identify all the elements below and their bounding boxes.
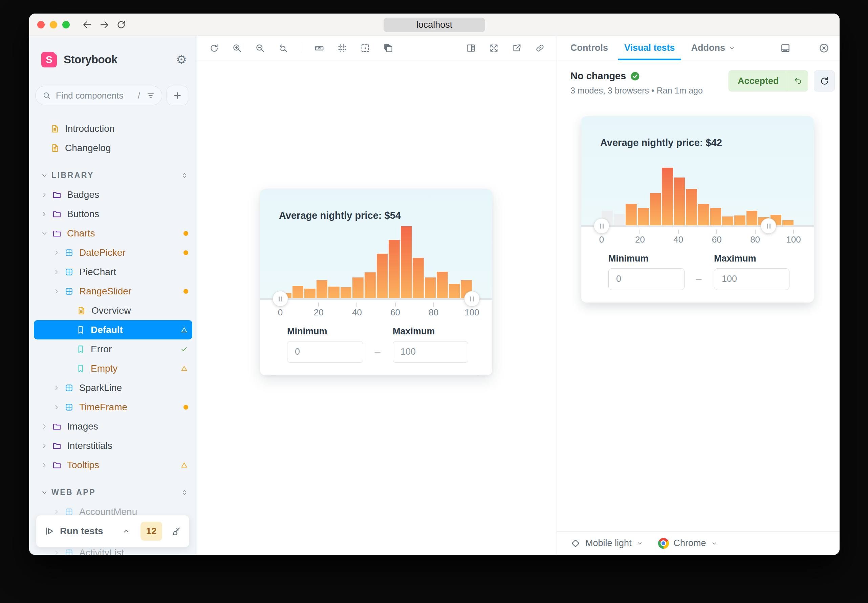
panel-position-icon[interactable] — [780, 43, 791, 54]
snapshot-maximum-input[interactable]: 100 — [714, 268, 789, 290]
histogram-bar — [746, 211, 758, 225]
changed-dot-icon — [183, 231, 188, 236]
sidebar-item-introduction[interactable]: Introduction — [29, 119, 197, 138]
section-label: WEB APP — [51, 488, 96, 497]
sidebar-item-changelog[interactable]: Changelog — [29, 138, 197, 158]
chevron-right-icon — [41, 423, 48, 430]
axis-tick — [395, 303, 396, 306]
item-label: Introduction — [65, 123, 114, 134]
zoom-out-icon[interactable] — [255, 43, 265, 53]
run-tests-play-icon[interactable] — [44, 526, 54, 536]
component-icon — [64, 548, 74, 555]
sidebar-item-overview[interactable]: Overview — [29, 301, 197, 320]
minimum-label: Minimum — [287, 326, 327, 337]
histogram-bar — [437, 272, 448, 298]
outline-icon[interactable] — [360, 43, 370, 53]
minimize-window-button[interactable] — [50, 21, 57, 28]
axis-tick — [356, 303, 357, 306]
test-count-badge[interactable]: 12 — [140, 522, 162, 541]
rerun-tests-button[interactable] — [814, 70, 835, 91]
forward-icon[interactable] — [99, 19, 110, 30]
visual-tests-panel: No changes 3 modes, 3 browsers • Ran 1m … — [557, 60, 840, 531]
browser-titlebar: localhost — [29, 14, 840, 36]
sidebar-item-default[interactable]: Default — [34, 320, 192, 339]
histogram-bar — [293, 286, 304, 298]
tab-visual-tests[interactable]: Visual tests — [624, 36, 675, 60]
story-bookmark-icon — [76, 345, 85, 354]
zoom-in-icon[interactable] — [232, 43, 242, 53]
sidebar-item-timeframe[interactable]: TimeFrame — [29, 397, 197, 417]
sidebar-item-empty[interactable]: Empty — [29, 359, 197, 378]
copy-link-icon[interactable] — [535, 43, 545, 53]
sidebar-item-charts[interactable]: Charts — [29, 224, 197, 243]
sidebar-section-web-app[interactable]: WEB APP — [29, 483, 197, 502]
sidebar-item-interstitials[interactable]: Interstitials — [29, 436, 197, 455]
collapse-expand-icon[interactable] — [181, 172, 188, 179]
sidebar-item-badges[interactable]: Badges — [29, 185, 197, 204]
search-input[interactable]: Find components / — [35, 86, 162, 105]
address-bar[interactable]: localhost — [384, 18, 485, 32]
create-story-button[interactable] — [167, 86, 188, 105]
range-dash: – — [694, 273, 704, 284]
story-slider-handle-left[interactable] — [273, 291, 288, 306]
fullscreen-icon[interactable] — [489, 43, 499, 53]
gear-icon[interactable]: ⚙ — [176, 54, 187, 66]
reload-icon[interactable] — [116, 19, 126, 30]
item-label: Interstitials — [67, 441, 113, 451]
snapshot-slider-handle-right[interactable] — [761, 218, 776, 234]
histogram-bar — [425, 277, 436, 298]
sidebar-item-rangeslider[interactable]: RangeSlider — [29, 281, 197, 301]
accepted-button[interactable]: Accepted — [729, 70, 808, 91]
tab-addons[interactable]: Addons — [691, 36, 735, 60]
plus-icon — [173, 91, 182, 100]
histogram-bar — [389, 240, 400, 298]
close-window-button[interactable] — [37, 21, 45, 28]
run-tests-label[interactable]: Run tests — [60, 526, 103, 537]
item-label: Images — [67, 421, 98, 432]
sidebar-item-sparkline[interactable]: SparkLine — [29, 378, 197, 397]
accepted-label: Accepted — [729, 76, 788, 87]
axis-label: 100 — [786, 234, 801, 245]
open-new-tab-icon[interactable] — [512, 43, 522, 53]
collapse-expand-icon[interactable] — [181, 489, 188, 496]
component-icon — [64, 248, 74, 257]
story-slider-handle-right[interactable] — [464, 291, 480, 306]
story-minimum-input[interactable]: 0 — [287, 341, 363, 363]
sidebar-item-images[interactable]: Images — [29, 417, 197, 436]
sidebar-item-tooltips[interactable]: Tooltips — [29, 455, 197, 475]
close-panel-icon[interactable] — [819, 43, 829, 54]
browser-selector[interactable]: Chrome — [658, 538, 718, 549]
sidebar-item-piechart[interactable]: PieChart — [29, 262, 197, 281]
histogram-bar — [650, 193, 661, 225]
grid-background-icon[interactable] — [337, 43, 347, 53]
histogram-bar — [377, 254, 388, 298]
sidebar-item-buttons[interactable]: Buttons — [29, 204, 197, 224]
mode-selector[interactable]: Mobile light — [570, 538, 643, 549]
zoom-reset-icon[interactable] — [278, 43, 288, 53]
axis-label: 80 — [750, 234, 760, 245]
axis-tick — [793, 230, 794, 234]
snapshot-minimum-input[interactable]: 0 — [608, 268, 685, 290]
tab-controls[interactable]: Controls — [570, 36, 608, 60]
snapshot-slider-handle-left[interactable] — [594, 218, 609, 234]
warning-triangle-icon — [180, 365, 188, 373]
measure-ruler-icon[interactable] — [314, 43, 324, 53]
sidebar-item-datepicker[interactable]: DatePicker — [29, 243, 197, 262]
story-layers-icon[interactable] — [383, 43, 393, 53]
chevron-up-icon[interactable] — [122, 527, 130, 535]
visual-tests-brush-icon[interactable] — [170, 526, 181, 537]
zoom-window-button[interactable] — [62, 21, 70, 28]
folder-icon — [52, 441, 62, 451]
remount-icon[interactable] — [209, 43, 219, 53]
toggle-addons-panel-icon[interactable] — [466, 43, 476, 53]
sidebar-section-library[interactable]: LIBRARY — [29, 165, 197, 185]
back-icon[interactable] — [82, 19, 93, 30]
filter-icon[interactable] — [146, 91, 155, 100]
histogram-bar — [614, 214, 625, 225]
sidebar-item-error[interactable]: Error — [29, 339, 197, 359]
chevron-right-icon — [41, 191, 48, 198]
search-shortcut: / — [138, 91, 140, 100]
story-maximum-input[interactable]: 100 — [393, 341, 468, 363]
unaccept-undo-icon[interactable] — [788, 70, 808, 91]
item-label: Error — [91, 344, 112, 355]
